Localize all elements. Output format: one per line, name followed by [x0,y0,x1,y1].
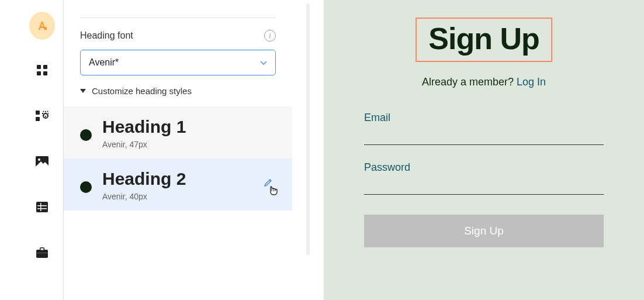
svg-point-8 [38,158,40,161]
svg-rect-11 [37,208,47,209]
svg-rect-9 [36,202,48,212]
table-icon [36,202,48,215]
member-text-label: Already a member? [422,76,517,88]
signup-button[interactable]: Sign Up [364,215,604,247]
svg-point-0 [44,27,47,30]
heading-1-item[interactable]: Heading 1 Avenir, 47px [64,106,292,158]
pencil-icon [265,180,271,186]
member-text: Already a member? Log In [422,76,546,88]
svg-rect-13 [36,250,48,258]
resize-divider[interactable] [306,4,310,255]
svg-rect-2 [43,65,47,69]
heading-2-item[interactable]: Heading 2 Avenir, 40px [64,158,292,211]
svg-rect-15 [41,249,44,250]
rail-image-button[interactable] [29,150,55,175]
pointer-cursor-icon [271,187,277,195]
customize-label: Customize heading styles [92,86,192,96]
svg-rect-1 [37,65,41,69]
svg-rect-10 [37,205,47,206]
heading-title: Heading 1 [102,117,276,136]
font-select[interactable]: Avenir* [80,50,276,75]
password-field-group: Password [364,161,604,195]
svg-rect-4 [43,71,47,75]
rail-fonts-button[interactable] [29,13,55,39]
password-label: Password [364,161,604,174]
signup-title-highlight[interactable]: Sign Up [416,18,552,62]
email-input[interactable] [364,129,604,145]
rail-settings-button[interactable] [29,104,55,130]
left-rail [21,0,63,300]
svg-rect-16 [36,253,48,253]
image-icon [36,156,49,169]
typography-panel: Heading font i Avenir* Customize heading… [63,0,292,300]
heading-sub: Avenir, 40px [102,192,276,201]
customize-heading-toggle[interactable]: Customize heading styles [64,86,292,106]
rail-table-button[interactable] [29,195,55,221]
chevron-down-icon [260,57,267,68]
heading-font-label: Heading font [80,30,133,41]
rail-grid-button[interactable] [29,58,55,84]
fonts-icon [29,12,55,40]
caret-down-icon [80,89,86,93]
briefcase-icon [36,247,48,260]
password-input[interactable] [364,178,604,195]
svg-rect-6 [36,117,40,121]
rail-briefcase-button[interactable] [29,241,55,267]
svg-rect-5 [36,111,40,115]
grid-icon [36,64,48,78]
settings-icon [36,110,49,124]
svg-rect-3 [37,71,41,75]
color-dot [80,129,92,141]
email-label: Email [364,112,604,124]
svg-rect-12 [40,203,41,211]
color-dot [80,181,92,193]
divider [80,18,276,18]
signup-title: Sign Up [428,21,539,56]
font-select-value: Avenir* [89,57,119,68]
info-icon[interactable]: i [264,30,276,42]
edit-cursor [262,177,278,199]
heading-sub: Avenir, 47px [102,140,276,149]
preview-pane: Sign Up Already a member? Log In Email P… [324,0,644,300]
heading-title: Heading 2 [102,169,276,188]
panel-header: Heading font i [64,30,292,50]
email-field-group: Email [364,112,604,145]
login-link[interactable]: Log In [517,76,546,88]
